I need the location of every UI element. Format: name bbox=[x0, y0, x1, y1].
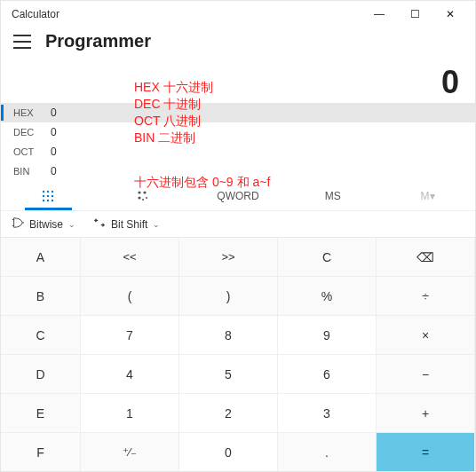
full-keypad-icon bbox=[41, 189, 55, 203]
key-5[interactable]: 5 bbox=[179, 355, 278, 394]
key-e[interactable]: E bbox=[1, 394, 81, 433]
mode-title: Programmer bbox=[45, 31, 151, 51]
base-value: 0 bbox=[45, 165, 57, 177]
bitwise-label: Bitwise bbox=[29, 218, 63, 231]
title-bar: Calculator — ☐ ✕ bbox=[1, 1, 475, 28]
svg-point-0 bbox=[43, 190, 44, 192]
svg-point-6 bbox=[43, 199, 44, 201]
bit-keypad-icon bbox=[136, 189, 150, 203]
svg-point-5 bbox=[52, 194, 53, 196]
bitwise-dropdown[interactable]: Bitwise ⌄ bbox=[12, 216, 75, 232]
key-8[interactable]: 8 bbox=[179, 316, 278, 355]
base-value: 0 bbox=[45, 106, 57, 119]
base-label: HEX bbox=[13, 107, 45, 118]
svg-point-3 bbox=[43, 194, 44, 196]
base-dec[interactable]: DEC 0 bbox=[1, 122, 475, 142]
svg-point-12 bbox=[142, 199, 144, 201]
tab-row: QWORD MS M▾ bbox=[1, 181, 475, 211]
key-lsh[interactable]: << bbox=[81, 238, 179, 277]
svg-point-10 bbox=[144, 191, 147, 193]
key-f[interactable]: F bbox=[1, 433, 81, 472]
key-4[interactable]: 4 bbox=[81, 355, 179, 394]
chevron-down-icon: ⌄ bbox=[153, 220, 160, 229]
keypad: A << >> C ⌫ B ( ) % ÷ C 7 8 9 × D 4 5 6 … bbox=[1, 237, 475, 472]
gate-icon bbox=[12, 216, 24, 232]
tab-full-keypad[interactable] bbox=[1, 181, 96, 210]
key-subtract[interactable]: − bbox=[377, 355, 475, 394]
bitshift-dropdown[interactable]: Bit Shift ⌄ bbox=[93, 216, 160, 232]
key-clear[interactable]: C bbox=[278, 238, 377, 277]
key-percent[interactable]: % bbox=[278, 277, 377, 316]
key-lparen[interactable]: ( bbox=[81, 277, 179, 316]
key-0[interactable]: 0 bbox=[179, 433, 278, 472]
tab-memory-store[interactable]: MS bbox=[285, 181, 380, 210]
key-divide[interactable]: ÷ bbox=[377, 277, 475, 316]
base-hex[interactable]: HEX 0 bbox=[1, 103, 475, 122]
key-b[interactable]: B bbox=[1, 277, 81, 316]
key-rsh[interactable]: >> bbox=[179, 238, 278, 277]
key-d[interactable]: D bbox=[1, 355, 81, 394]
shift-icon bbox=[93, 216, 106, 232]
svg-point-7 bbox=[47, 199, 49, 201]
base-list: HEX 0 DEC 0 OCT 0 BIN 0 bbox=[1, 103, 475, 181]
chevron-down-icon: ⌄ bbox=[68, 220, 75, 229]
key-9[interactable]: 9 bbox=[278, 316, 377, 355]
window-title: Calculator bbox=[8, 8, 361, 20]
operator-dropdown-row: Bitwise ⌄ Bit Shift ⌄ bbox=[1, 211, 475, 237]
key-2[interactable]: 2 bbox=[179, 394, 278, 433]
key-plus-minus[interactable]: ⁺⁄₋ bbox=[81, 433, 179, 472]
tab-qword[interactable]: QWORD bbox=[191, 181, 286, 210]
close-button[interactable]: ✕ bbox=[432, 8, 468, 20]
svg-point-11 bbox=[139, 196, 141, 199]
base-bin[interactable]: BIN 0 bbox=[1, 161, 475, 181]
base-label: OCT bbox=[13, 146, 45, 157]
key-dot[interactable]: . bbox=[278, 433, 377, 472]
maximize-button[interactable]: ☐ bbox=[397, 8, 432, 20]
key-add[interactable]: + bbox=[377, 394, 475, 433]
tab-bit-keypad[interactable] bbox=[96, 181, 191, 210]
result-display: 0 bbox=[1, 59, 475, 103]
menu-icon[interactable] bbox=[10, 33, 35, 51]
tab-memory-recall: M▾ bbox=[380, 181, 475, 210]
base-label: DEC bbox=[13, 127, 45, 138]
svg-point-1 bbox=[47, 190, 49, 192]
key-backspace[interactable]: ⌫ bbox=[377, 238, 475, 277]
key-a[interactable]: A bbox=[1, 238, 81, 277]
key-rparen[interactable]: ) bbox=[179, 277, 278, 316]
key-3[interactable]: 3 bbox=[278, 394, 377, 433]
key-7[interactable]: 7 bbox=[81, 316, 179, 355]
base-value: 0 bbox=[45, 146, 57, 158]
svg-point-13 bbox=[146, 197, 147, 199]
bitshift-label: Bit Shift bbox=[111, 218, 147, 231]
key-1[interactable]: 1 bbox=[81, 394, 179, 433]
base-label: BIN bbox=[13, 166, 45, 177]
svg-point-2 bbox=[52, 190, 53, 192]
svg-point-4 bbox=[47, 194, 49, 196]
header: Programmer bbox=[1, 28, 475, 59]
minimize-button[interactable]: — bbox=[361, 8, 397, 20]
key-multiply[interactable]: × bbox=[377, 316, 475, 355]
key-equals[interactable]: = bbox=[377, 433, 475, 472]
svg-point-8 bbox=[52, 199, 53, 201]
key-c-hex[interactable]: C bbox=[1, 316, 81, 355]
key-6[interactable]: 6 bbox=[278, 355, 377, 394]
base-value: 0 bbox=[45, 126, 57, 138]
svg-point-9 bbox=[139, 191, 141, 193]
base-oct[interactable]: OCT 0 bbox=[1, 142, 475, 161]
